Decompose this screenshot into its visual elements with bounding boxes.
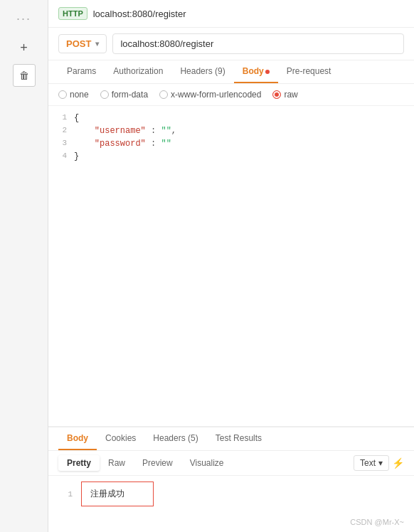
radio-form-data-label: form-data: [112, 90, 148, 100]
response-content: 注册成功: [81, 482, 154, 506]
radio-none[interactable]: none: [58, 90, 89, 100]
radio-none-label: none: [70, 90, 89, 100]
trash-icon: 🗑: [19, 70, 29, 81]
text-select-label: Text: [360, 458, 376, 468]
radio-circle-form-data: [100, 90, 109, 99]
body-type-row: none form-data x-www-form-urlencoded raw: [48, 84, 414, 106]
tab-headers[interactable]: Headers (9): [171, 60, 233, 83]
url-input[interactable]: [112, 33, 404, 54]
view-preview[interactable]: Preview: [134, 455, 181, 471]
radio-urlencoded-label: x-www-form-urlencoded: [171, 90, 261, 100]
tab-authorization[interactable]: Authorization: [105, 60, 171, 83]
resp-tab-headers[interactable]: Headers (5): [144, 427, 206, 450]
body-dot: [265, 70, 270, 74]
resp-tab-test-results[interactable]: Test Results: [207, 427, 270, 450]
watermark: CSDN @Mr-X~: [48, 512, 414, 532]
http-badge: HTTP: [58, 7, 87, 20]
sidebar-dots: ···: [16, 11, 31, 26]
radio-raw-label: raw: [284, 90, 297, 100]
main-panel: HTTP localhost:8080/register POST ▾ Para…: [48, 0, 414, 532]
url-display: localhost:8080/register: [93, 9, 186, 19]
request-tabs: Params Authorization Headers (9) Body Pr…: [48, 60, 414, 84]
method-dropdown[interactable]: POST ▾: [58, 34, 107, 53]
response-tabs: Body Cookies Headers (5) Test Results: [48, 427, 414, 451]
text-select-chevron: ▾: [378, 458, 383, 468]
view-raw[interactable]: Raw: [100, 455, 134, 471]
resp-tab-body[interactable]: Body: [58, 427, 97, 450]
response-output: 1 注册成功: [48, 476, 414, 512]
code-line-2: 2 "username" : "",: [48, 124, 414, 137]
tab-body[interactable]: Body: [234, 60, 278, 83]
response-line-1: 1 注册成功: [58, 482, 404, 506]
trash-button[interactable]: 🗑: [13, 64, 36, 87]
request-bar: POST ▾: [48, 28, 414, 60]
view-visualize[interactable]: Visualize: [181, 455, 233, 471]
filter-icon[interactable]: ⚡: [392, 457, 404, 469]
view-pretty[interactable]: Pretty: [58, 455, 100, 471]
response-section: Body Cookies Headers (5) Test Results Pr…: [48, 427, 414, 512]
radio-urlencoded[interactable]: x-www-form-urlencoded: [159, 90, 261, 100]
text-select-wrap: Text ▾ ⚡: [354, 455, 404, 471]
radio-form-data[interactable]: form-data: [100, 90, 148, 100]
view-row: Pretty Raw Preview Visualize Text ▾ ⚡: [48, 451, 414, 476]
radio-circle-urlencoded: [159, 90, 168, 99]
radio-circle-raw: [272, 90, 281, 99]
resp-tab-cookies[interactable]: Cookies: [97, 427, 144, 450]
radio-circle-none: [58, 90, 67, 99]
url-bar: HTTP localhost:8080/register: [48, 0, 414, 28]
tab-pre-request[interactable]: Pre-request: [278, 60, 340, 83]
code-line-1: 1 {: [48, 112, 414, 124]
code-line-3: 3 "password" : "": [48, 137, 414, 150]
code-line-4: 4 }: [48, 150, 414, 163]
chevron-down-icon: ▾: [95, 40, 99, 48]
code-editor[interactable]: 1 { 2 "username" : "", 3 "password" : ""…: [48, 106, 414, 427]
sidebar: ··· + 🗑: [0, 0, 48, 532]
tab-params[interactable]: Params: [58, 60, 105, 83]
text-select-dropdown[interactable]: Text ▾: [354, 455, 389, 471]
method-label: POST: [66, 38, 91, 49]
add-button[interactable]: +: [20, 41, 28, 55]
radio-raw[interactable]: raw: [272, 90, 297, 100]
